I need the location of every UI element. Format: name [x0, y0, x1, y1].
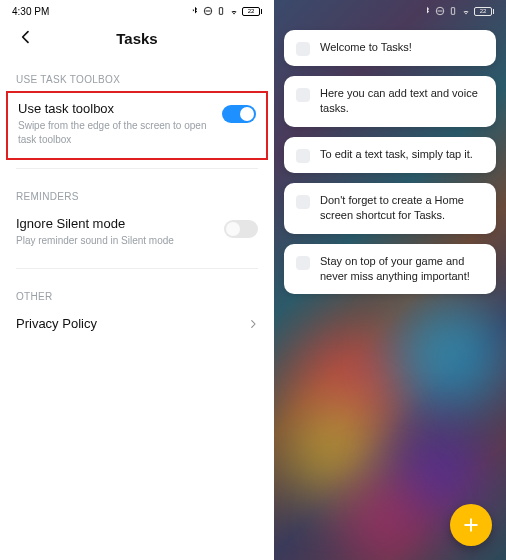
task-checkbox[interactable]: [296, 195, 310, 209]
status-icons-left: 22: [190, 6, 262, 16]
page-title: Tasks: [116, 30, 157, 47]
section-label-reminders: REMINDERS: [0, 177, 274, 208]
task-card[interactable]: To edit a text task, simply tap it.: [284, 137, 496, 173]
header-bar: Tasks: [0, 20, 274, 60]
bluetooth-icon: [190, 6, 200, 16]
privacy-policy-row[interactable]: Privacy Policy: [0, 308, 274, 344]
chevron-right-icon: [248, 316, 258, 332]
task-text: Stay on top of your game and never miss …: [320, 254, 484, 285]
task-text: Here you can add text and voice tasks.: [320, 86, 484, 117]
status-icons-right: 22: [422, 6, 494, 16]
use-task-toolbox-sub: Swipe from the edge of the screen to ope…: [18, 119, 212, 146]
status-bar-left: 4:30 PM 22: [0, 0, 274, 20]
ignore-silent-mode-title: Ignore Silent mode: [16, 216, 174, 231]
use-task-toolbox-toggle[interactable]: [222, 105, 256, 123]
task-card[interactable]: Stay on top of your game and never miss …: [284, 244, 496, 295]
ignore-silent-mode-sub: Play reminder sound in Silent mode: [16, 234, 174, 248]
plus-icon: [461, 515, 481, 535]
task-text: To edit a text task, simply tap it.: [320, 147, 473, 162]
task-text: Welcome to Tasks!: [320, 40, 412, 55]
ignore-silent-mode-row[interactable]: Ignore Silent mode Play reminder sound i…: [0, 208, 274, 260]
section-label-toolbox: USE TASK TOOLBOX: [0, 60, 274, 91]
vibrate-icon: [216, 6, 226, 16]
vibrate-icon: [448, 6, 458, 16]
svg-rect-5: [451, 8, 454, 15]
use-task-toolbox-row[interactable]: Use task toolbox Swipe from the edge of …: [6, 91, 268, 160]
privacy-policy-title: Privacy Policy: [16, 316, 97, 331]
settings-pane: 4:30 PM 22 Tasks USE TASK TOOLBOX Use ta…: [0, 0, 274, 560]
add-task-fab[interactable]: [450, 504, 492, 546]
wifi-icon: [229, 6, 239, 16]
task-card[interactable]: Here you can add text and voice tasks.: [284, 76, 496, 127]
divider: [16, 168, 258, 169]
section-label-other: OTHER: [0, 277, 274, 308]
task-checkbox[interactable]: [296, 256, 310, 270]
tasks-overlay-pane: 22 Welcome to Tasks! Here you can add te…: [274, 0, 506, 560]
task-card[interactable]: Don't forget to create a Home screen sho…: [284, 183, 496, 234]
dnd-icon: [203, 6, 213, 16]
battery-indicator: 22: [474, 7, 494, 16]
wifi-icon: [461, 6, 471, 16]
divider: [16, 268, 258, 269]
bluetooth-icon: [422, 6, 432, 16]
battery-indicator: 22: [242, 7, 262, 16]
task-list: Welcome to Tasks! Here you can add text …: [274, 20, 506, 294]
status-time: 4:30 PM: [12, 6, 49, 17]
ignore-silent-mode-toggle[interactable]: [224, 220, 258, 238]
task-card[interactable]: Welcome to Tasks!: [284, 30, 496, 66]
task-checkbox[interactable]: [296, 149, 310, 163]
use-task-toolbox-title: Use task toolbox: [18, 101, 212, 116]
task-checkbox[interactable]: [296, 42, 310, 56]
task-text: Don't forget to create a Home screen sho…: [320, 193, 484, 224]
dnd-icon: [435, 6, 445, 16]
status-bar-right: 22: [274, 0, 506, 20]
back-button[interactable]: [14, 26, 38, 50]
task-checkbox[interactable]: [296, 88, 310, 102]
chevron-left-icon: [18, 29, 34, 45]
svg-rect-2: [219, 8, 222, 15]
